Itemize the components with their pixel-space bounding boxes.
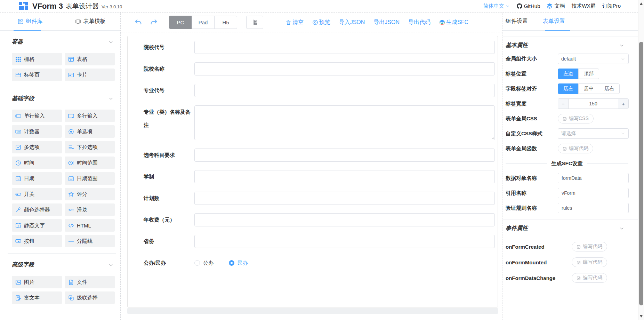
write-css-button[interactable]: 编写CSS	[558, 114, 594, 123]
option-居右[interactable]: 居右	[599, 83, 620, 94]
scrollbar-thumb[interactable]	[639, 42, 643, 305]
widget-item-date-range[interactable]: 日期范围	[65, 172, 115, 185]
section-header[interactable]: 基础字段	[8, 95, 116, 102]
widget-item-html[interactable]: HTML	[65, 219, 115, 232]
data-object-name-input[interactable]	[558, 173, 629, 183]
text-input[interactable]	[194, 170, 495, 183]
widget-item-divider[interactable]: 分隔线	[65, 235, 115, 247]
header-link-订阅pro[interactable]: 订阅Pro	[602, 3, 621, 9]
stepper-increase-button[interactable]: +	[618, 99, 628, 109]
radio-option-民办[interactable]: 民办	[229, 260, 248, 266]
widget-item-radio[interactable]: 单选项	[65, 125, 115, 138]
stepper-decrease-button[interactable]: −	[558, 99, 569, 109]
widget-item-slider[interactable]: 滑块	[65, 203, 115, 216]
canvas-hscrollbar[interactable]	[127, 308, 498, 314]
text-input[interactable]	[194, 192, 495, 205]
widget-item-textarea[interactable]: 多行输入	[65, 110, 115, 122]
text-input[interactable]	[194, 235, 495, 248]
form-field-row[interactable]: 学制	[144, 170, 495, 183]
basic-props-header[interactable]: 基本属性	[506, 42, 624, 49]
header-link-文档[interactable]: 文档	[547, 3, 565, 9]
toolbar-action-预览[interactable]: 预览	[312, 19, 330, 26]
form-size-select[interactable]: default	[558, 54, 629, 64]
widget-item-time[interactable]: 时间	[12, 157, 62, 169]
form-field-row[interactable]: 院校代号	[144, 41, 495, 54]
write-code-button[interactable]: 编写代码	[572, 257, 607, 267]
form-field-row[interactable]: 院校名称	[144, 62, 495, 75]
text-input[interactable]	[194, 62, 495, 75]
form-field-row[interactable]: 计划数	[144, 192, 495, 205]
form-field-row[interactable]: 选考科目要求	[144, 149, 495, 162]
form-field-row[interactable]: 年收费（元）	[144, 213, 495, 226]
label-width-input[interactable]	[569, 99, 618, 109]
tab-widget-settings[interactable]: 组件设置	[506, 18, 528, 25]
form-field-row[interactable]: 公办/民办公办民办	[144, 256, 495, 270]
toolbar-action-导出JSON[interactable]: 导出JSON	[373, 19, 400, 26]
widget-item-file[interactable]: 文件	[65, 276, 115, 288]
text-input[interactable]	[194, 41, 495, 54]
event-props-header[interactable]: 事件属性	[506, 225, 624, 232]
language-selector[interactable]: 简体中文	[483, 3, 510, 9]
widget-item-rich-text[interactable]: 富文本	[12, 291, 62, 304]
widget-item-color-picker[interactable]: 颜色选择器	[12, 203, 62, 216]
widget-item-button[interactable]: 按钮	[12, 235, 62, 247]
section-header[interactable]: 容器	[8, 38, 116, 46]
form-field-row[interactable]: 省份	[144, 235, 495, 248]
textarea-input[interactable]	[194, 105, 495, 140]
form-canvas[interactable]: 院校代号院校名称专业代号专业（类）名称及备注选考科目要求学制计划数年收费（元）省…	[127, 36, 498, 307]
toolbar-action-生成SFC[interactable]: 生成SFC	[439, 19, 468, 26]
redo-button[interactable]	[150, 18, 158, 26]
toolbar-action-导入JSON[interactable]: 导入JSON	[339, 19, 365, 26]
edit-icon	[577, 245, 581, 249]
page-scrollbar[interactable]	[638, 0, 644, 320]
widget-item-switch[interactable]: 开关	[12, 188, 62, 200]
form-field-row[interactable]: 专业代号	[144, 84, 495, 97]
text-input[interactable]	[194, 213, 495, 226]
widget-item-tabs[interactable]: 标签页	[12, 69, 62, 81]
toolbar-action-清空[interactable]: 清空	[285, 19, 304, 26]
option-顶部[interactable]: 顶部	[578, 69, 599, 79]
widget-item-time-range[interactable]: 时间范围	[65, 157, 115, 169]
widget-item-table[interactable]: 表格	[65, 53, 115, 65]
widget-item-card[interactable]: 卡片	[65, 69, 115, 81]
radio-option-label: 民办	[238, 260, 248, 266]
device-mode-h5[interactable]: H5	[214, 16, 237, 29]
widget-item-label: 多行输入	[77, 113, 98, 119]
widget-item-input[interactable]: 单行输入	[12, 110, 62, 122]
widget-item-rate[interactable]: 评分	[65, 188, 115, 200]
tab-form-templates[interactable]: 表单模板	[60, 13, 120, 30]
header-link-github[interactable]: GitHub	[516, 3, 540, 9]
widget-item-static-text[interactable]: T静态文字	[12, 219, 62, 232]
option-左边[interactable]: 左边	[558, 69, 579, 79]
ref-name-input[interactable]	[558, 188, 629, 198]
widget-item-checkbox[interactable]: 多选项	[12, 141, 62, 153]
text-input[interactable]	[194, 84, 495, 97]
header-link-技术wx群[interactable]: 技术WX群	[571, 3, 595, 9]
widget-item-cascader[interactable]: 级联选择	[65, 291, 115, 304]
write-code-button[interactable]: 编写代码	[572, 273, 607, 283]
option-居中[interactable]: 居中	[578, 83, 599, 94]
tab-widget-library[interactable]: 组件库	[0, 13, 60, 30]
option-居左[interactable]: 居左	[558, 83, 579, 94]
widget-item-number[interactable]: 123计数器	[12, 125, 62, 138]
scrollbar-down-arrow[interactable]	[640, 315, 643, 318]
radio-option-公办[interactable]: 公办	[194, 260, 214, 266]
text-input[interactable]	[194, 149, 495, 162]
scrollbar-up-arrow[interactable]	[640, 2, 643, 5]
rules-name-input[interactable]	[558, 203, 629, 213]
section-header[interactable]: 高级字段	[8, 261, 116, 269]
widget-item-select[interactable]: 下拉选项	[65, 141, 115, 153]
widget-item-picture[interactable]: 图片	[12, 276, 62, 288]
widget-item-date[interactable]: 19日期	[12, 172, 62, 185]
device-mode-pc[interactable]: PC	[169, 16, 192, 29]
device-mode-pad[interactable]: Pad	[192, 16, 215, 29]
tab-form-settings[interactable]: 表单设置	[543, 18, 565, 25]
toolbar-action-导出代码[interactable]: 导出代码	[408, 19, 430, 26]
form-field-row[interactable]: 专业（类）名称及备注	[144, 105, 495, 140]
write-code-button[interactable]: 编写代码	[572, 242, 607, 251]
undo-button[interactable]	[134, 18, 142, 26]
node-tree-button[interactable]	[246, 16, 263, 29]
custom-class-select[interactable]: 请选择	[558, 128, 629, 139]
widget-item-grid[interactable]: 栅格	[12, 53, 62, 65]
write-functions-button[interactable]: 编写代码	[558, 144, 593, 153]
